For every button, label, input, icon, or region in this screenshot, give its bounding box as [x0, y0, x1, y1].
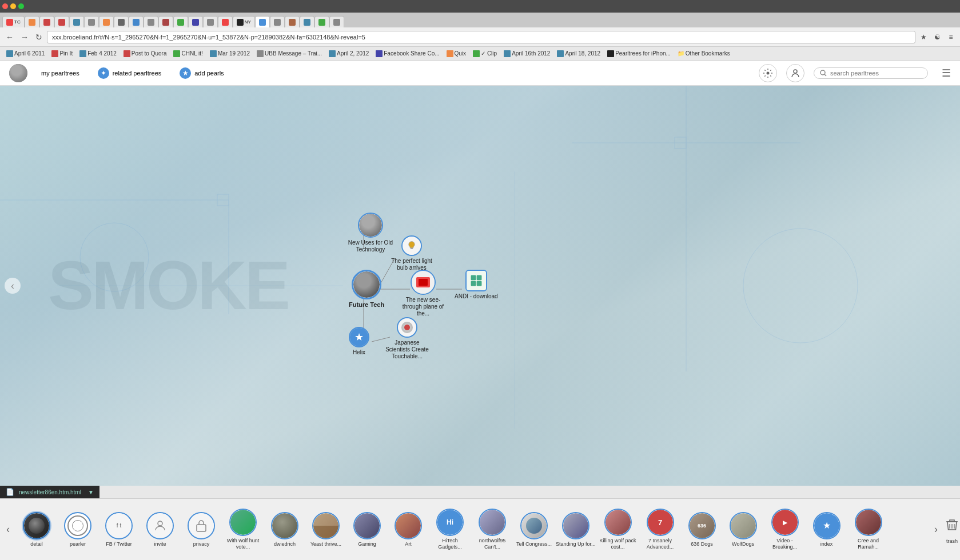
tab-11[interactable]	[158, 16, 173, 27]
tray-item-insanely[interactable]: 7 7 Insanely Advanced...	[639, 506, 682, 553]
search-input[interactable]	[830, 70, 916, 77]
bookmark-fb-share[interactable]: Facebook Share Co...	[373, 50, 442, 58]
bookmark-clip[interactable]: ✓ Clip	[470, 50, 500, 58]
bookmark-quix[interactable]: Quix	[444, 50, 469, 58]
tab-15[interactable]	[218, 16, 233, 27]
user-avatar[interactable]	[9, 64, 27, 82]
andi-circle[interactable]	[465, 270, 487, 291]
tab-9[interactable]	[129, 16, 144, 27]
tab-7[interactable]	[99, 16, 114, 27]
bookmark-other[interactable]: 📁 Other Bookmarks	[675, 50, 733, 57]
pearl-node-helix[interactable]: ★ Helix	[349, 327, 369, 356]
pearl-node-andi[interactable]: ANDI - download	[455, 270, 498, 300]
tray-636-label: 636 Dogs	[691, 541, 713, 547]
tray-item-killing-wolf[interactable]: Killing wolf pack cost...	[597, 506, 639, 553]
tray-item-tell-congress[interactable]: Tell Congress...	[513, 510, 555, 550]
tray-item-yeast[interactable]: Yeast thrive...	[305, 510, 346, 550]
related-pearltrees-nav[interactable]: ✦ related pearltrees	[93, 65, 166, 81]
tray-item-invite[interactable]: invite	[140, 510, 181, 550]
svg-rect-22	[477, 275, 481, 280]
tray-item-hitech[interactable]: Hi HiTech Gadgets...	[429, 506, 471, 553]
tab-1[interactable]: TC	[2, 16, 25, 27]
tray-item-wolf-hunt[interactable]: With wolf hunt vote...	[222, 506, 264, 553]
tray-item-pearler[interactable]: pearler	[57, 510, 98, 550]
new-uses-circle[interactable]	[358, 213, 383, 238]
url-bar[interactable]	[47, 31, 915, 43]
tray-item-636-dogs[interactable]: 636 636 Dogs	[682, 510, 723, 550]
tab-18[interactable]	[270, 16, 285, 27]
tab-8[interactable]	[114, 16, 129, 27]
tab-3[interactable]	[39, 16, 54, 27]
pearl-node-light-bulb[interactable]: The perfect light bulb arrives	[389, 235, 435, 271]
tab-17[interactable]	[255, 16, 270, 27]
bookmark-star-icon[interactable]: ★	[918, 31, 929, 43]
tray-item-fb-twitter[interactable]: f t FB / Twitter	[98, 510, 140, 550]
tray-item-gaming[interactable]: Gaming	[346, 510, 388, 550]
tab-12[interactable]	[173, 16, 188, 27]
minimize-window-dot[interactable]	[10, 3, 16, 9]
close-window-dot[interactable]	[2, 3, 8, 9]
tray-item-video[interactable]: ▶ Video - Breaking...	[764, 506, 806, 553]
tray-item-northwolf[interactable]: northwolf95 Can't...	[471, 506, 513, 553]
notif-file-label: newsletter86en.htm.html	[19, 489, 81, 495]
bookmark-chnl[interactable]: CHNL it!	[170, 50, 205, 58]
bookmark-feb-4[interactable]: Feb 4 2012	[77, 50, 119, 58]
my-pearltrees-nav[interactable]: my pearltrees	[37, 67, 84, 79]
menu-icon[interactable]: ≡	[945, 31, 957, 43]
pearl-node-japanese[interactable]: Japanese Scientists Create Touchable...	[384, 317, 430, 360]
bookmark-april-2[interactable]: April 2, 2012	[326, 50, 372, 58]
tray-item-dwiedrich[interactable]: dwiedrich	[264, 510, 305, 550]
forward-button[interactable]: →	[18, 31, 31, 43]
tab-5[interactable]	[69, 16, 84, 27]
hamburger-menu-icon[interactable]: ☰	[942, 67, 951, 79]
back-button[interactable]: ←	[3, 31, 16, 43]
bookmark-april-18[interactable]: April 18, 2012	[554, 50, 603, 58]
see-through-circle[interactable]	[411, 270, 436, 295]
bookmark-pearltrees-iphone[interactable]: Pearltrees for iPhon...	[604, 50, 674, 58]
add-pearls-nav[interactable]: ★ add pearls	[175, 65, 228, 81]
settings-icon-button[interactable]	[759, 64, 777, 82]
tab-6[interactable]	[84, 16, 99, 27]
pearl-node-future-tech[interactable]: Future Tech	[349, 270, 384, 309]
japanese-circle[interactable]	[397, 317, 417, 338]
reload-button[interactable]: ↻	[33, 31, 45, 43]
tab-16[interactable]: NY	[233, 16, 255, 27]
user-account-icon-button[interactable]	[786, 64, 804, 82]
tray-item-privacy[interactable]: privacy	[181, 510, 222, 550]
tab-10[interactable]	[144, 16, 158, 27]
tray-item-wolfdogs[interactable]: WolfDogs	[723, 510, 764, 550]
tab-13[interactable]	[188, 16, 203, 27]
bookmark-ubb[interactable]: UBB Message – Trai...	[254, 50, 325, 58]
bookmark-april-16[interactable]: April 16th 2012	[501, 50, 553, 58]
tray-item-index[interactable]: ★ index	[806, 510, 847, 550]
pearl-node-new-uses[interactable]: New Uses for Old Technology	[348, 213, 393, 253]
helix-circle[interactable]: ★	[349, 327, 369, 347]
light-bulb-circle[interactable]	[401, 235, 422, 256]
bookmark-april-6[interactable]: April 6 2011	[3, 50, 47, 58]
tab-2[interactable]	[25, 16, 39, 27]
bookmark-pin-it[interactable]: Pin It	[49, 50, 75, 58]
svg-rect-24	[477, 281, 481, 286]
pearl-node-see-through[interactable]: The new see-through plane of the...	[400, 270, 446, 317]
tab-14[interactable]	[203, 16, 218, 27]
sync-icon[interactable]: ☯	[931, 31, 943, 43]
bookmark-post-quora[interactable]: Post to Quora	[121, 50, 170, 58]
bulb-icon	[407, 241, 417, 251]
tray-left-arrow[interactable]: ‹	[0, 499, 16, 560]
svg-point-10	[80, 223, 149, 291]
tray-item-standing-up[interactable]: Standing Up for...	[555, 510, 597, 550]
tab-extra-4[interactable]	[329, 16, 344, 27]
future-tech-circle[interactable]	[352, 270, 381, 299]
tab-4[interactable]	[54, 16, 69, 27]
tray-wolfdogs-label: WolfDogs	[732, 541, 754, 547]
tray-item-art[interactable]: Art	[388, 510, 429, 550]
maximize-window-dot[interactable]	[18, 3, 24, 9]
canvas-left-arrow[interactable]: ‹	[5, 278, 21, 294]
tab-extra-2[interactable]	[300, 16, 314, 27]
tab-extra-1[interactable]	[285, 16, 300, 27]
tray-trash[interactable]: trash	[944, 499, 960, 560]
tray-item-detail[interactable]: detail	[16, 510, 57, 550]
tab-extra-3[interactable]	[314, 16, 329, 27]
bookmark-mar-19[interactable]: Mar 19 2012	[207, 50, 253, 58]
tray-item-cree[interactable]: Cree and Ramah...	[847, 506, 890, 553]
